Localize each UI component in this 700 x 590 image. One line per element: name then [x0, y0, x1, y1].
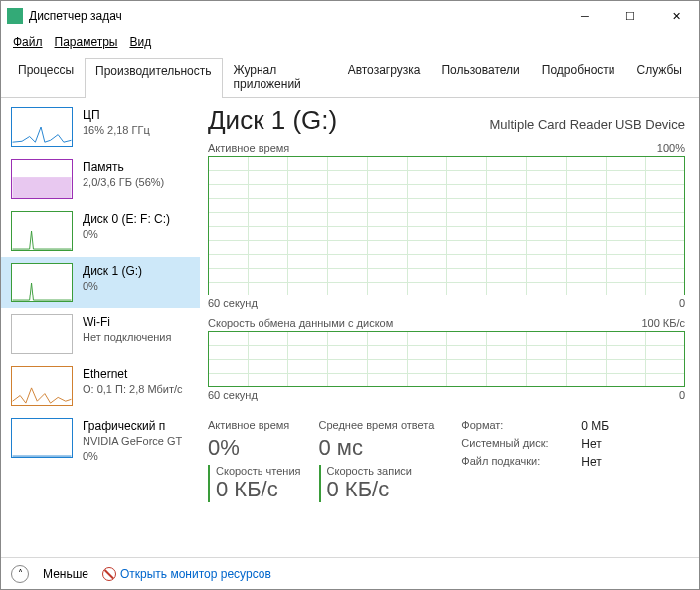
sidebar-item-mem-1[interactable]: Память2,0/3,6 ГБ (56%)	[1, 153, 200, 205]
sidebar-item-sub: 16% 2,18 ГГц	[83, 123, 150, 138]
sidebar-item-sub: 0%	[83, 279, 142, 294]
menubar: Файл Параметры Вид	[1, 31, 699, 53]
sidebar-item-gpu-6[interactable]: Графический пNVIDIA GeForce GT0%	[1, 412, 200, 470]
sidebar-item-eth-5[interactable]: EthernetО: 0,1 П: 2,8 Мбит/с	[1, 360, 200, 412]
write-speed-label: Скорость записи	[327, 465, 435, 477]
pagefile-label: Файл подкачки:	[461, 455, 571, 469]
chart-active-time: Активное время 100% 60 секунд 0	[208, 142, 685, 309]
chart1-xright: 0	[679, 297, 685, 309]
sidebar-item-cpu-0[interactable]: ЦП16% 2,18 ГГц	[1, 101, 200, 153]
pagefile-value: Нет	[581, 455, 601, 469]
write-speed-value: 0 КБ/с	[327, 477, 435, 502]
sidebar-item-sub: NVIDIA GeForce GT	[83, 434, 182, 449]
sidebar-item-disk-3[interactable]: Диск 1 (G:)0%	[1, 257, 200, 308]
sidebar-item-sub: 0%	[83, 227, 170, 242]
thumb-wifi	[11, 314, 73, 354]
app-icon	[7, 8, 23, 24]
main-panel: Диск 1 (G:) Multiple Card Reader USB Dev…	[200, 98, 699, 557]
sysdisk-value: Нет	[581, 437, 601, 451]
active-time-value: 0%	[208, 435, 301, 461]
chart2-label: Скорость обмена данными с диском	[208, 317, 393, 329]
chart1-xleft: 60 секунд	[208, 297, 258, 309]
collapse-icon[interactable]: ˄	[11, 565, 29, 583]
tab-users[interactable]: Пользователи	[431, 57, 530, 97]
stats: Активное время 0% Скорость чтения 0 КБ/с…	[208, 415, 685, 502]
titlebar[interactable]: Диспетчер задач ─ ☐ ✕	[1, 1, 699, 31]
chart1-label: Активное время	[208, 142, 289, 154]
tab-details[interactable]: Подробности	[531, 57, 626, 97]
read-speed-label: Скорость чтения	[216, 465, 301, 477]
content: ЦП16% 2,18 ГГцПамять2,0/3,6 ГБ (56%)Диск…	[1, 98, 699, 557]
tab-strip: Процессы Производительность Журнал прило…	[1, 53, 699, 98]
resp-time-label: Среднее время ответа	[319, 419, 435, 431]
sidebar-item-wifi-4[interactable]: Wi-FiНет подключения	[1, 308, 200, 360]
chart1-canvas	[208, 156, 685, 295]
format-label: Формат:	[461, 419, 571, 433]
resp-time-value: 0 мс	[319, 435, 435, 461]
format-value: 0 МБ	[581, 419, 609, 433]
statusbar: ˄ Меньше Открыть монитор ресурсов	[1, 557, 699, 589]
thumb-eth	[11, 366, 73, 406]
chart2-canvas	[208, 331, 685, 387]
sysdisk-label: Системный диск:	[461, 437, 571, 451]
tab-performance[interactable]: Производительность	[85, 58, 222, 98]
sidebar-item-title: Графический п	[83, 418, 182, 434]
page-title: Диск 1 (G:)	[208, 105, 337, 136]
chart1-max: 100%	[657, 142, 685, 154]
window-title: Диспетчер задач	[29, 9, 122, 23]
read-speed-value: 0 КБ/с	[216, 477, 301, 502]
sidebar-item-title: Диск 0 (E: F: C:)	[83, 211, 170, 227]
sidebar-item-title: ЦП	[83, 107, 150, 123]
chart-throughput: Скорость обмена данными с диском 100 КБ/…	[208, 317, 685, 401]
fewer-details-link[interactable]: Меньше	[43, 567, 88, 581]
chart2-xleft: 60 секунд	[208, 389, 258, 401]
sidebar-item-sub: О: 0,1 П: 2,8 Мбит/с	[83, 382, 183, 397]
minimize-button[interactable]: ─	[562, 1, 608, 31]
resmon-icon	[102, 567, 116, 581]
open-resmon-link[interactable]: Открыть монитор ресурсов	[102, 567, 271, 581]
menu-file[interactable]: Файл	[7, 33, 49, 51]
svg-rect-0	[13, 177, 72, 198]
thumb-disk	[11, 211, 73, 251]
maximize-button[interactable]: ☐	[608, 1, 653, 31]
tab-services[interactable]: Службы	[626, 57, 693, 97]
sidebar-item-title: Wi-Fi	[83, 314, 171, 330]
thumb-disk	[11, 263, 73, 302]
sidebar-item-sub2: 0%	[83, 449, 182, 464]
sidebar-item-title: Диск 1 (G:)	[83, 263, 142, 279]
thumb-gpu	[11, 418, 73, 458]
chart2-xright: 0	[679, 389, 685, 401]
chart2-max: 100 КБ/с	[641, 317, 685, 329]
sidebar-item-title: Память	[83, 159, 164, 175]
tab-startup[interactable]: Автозагрузка	[337, 57, 432, 97]
sidebar-item-title: Ethernet	[83, 366, 183, 382]
sidebar: ЦП16% 2,18 ГГцПамять2,0/3,6 ГБ (56%)Диск…	[1, 98, 200, 557]
thumb-mem	[11, 159, 73, 199]
sidebar-item-sub: Нет подключения	[83, 330, 171, 345]
active-time-label: Активное время	[208, 419, 301, 431]
sidebar-item-sub: 2,0/3,6 ГБ (56%)	[83, 175, 164, 190]
sidebar-item-disk-2[interactable]: Диск 0 (E: F: C:)0%	[1, 205, 200, 257]
resmon-label: Открыть монитор ресурсов	[120, 567, 271, 581]
close-button[interactable]: ✕	[653, 1, 699, 31]
menu-options[interactable]: Параметры	[49, 33, 124, 51]
thumb-cpu	[11, 107, 73, 147]
tab-apphistory[interactable]: Журнал приложений	[223, 57, 337, 97]
menu-view[interactable]: Вид	[123, 33, 157, 51]
tab-processes[interactable]: Процессы	[7, 57, 85, 97]
device-name: Multiple Card Reader USB Device	[489, 117, 685, 132]
